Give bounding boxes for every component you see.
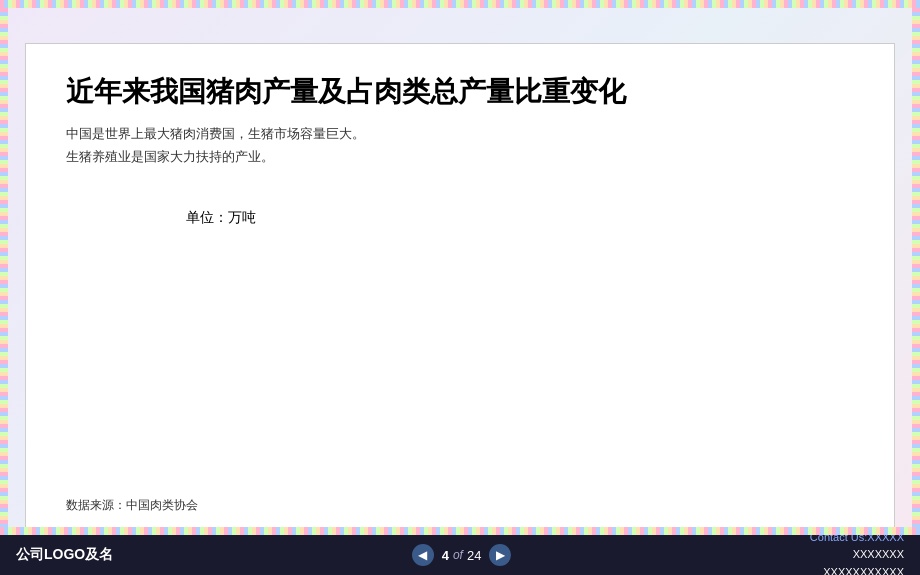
contact-title: Contact Us:XXXXX — [810, 529, 904, 547]
slide-title: 近年来我国猪肉产量及占肉类总产量比重变化 — [66, 74, 854, 110]
prev-icon: ◀ — [418, 548, 427, 562]
prev-page-button[interactable]: ◀ — [412, 544, 434, 566]
left-decorative-border — [0, 8, 8, 535]
slide-content-area: 近年来我国猪肉产量及占肉类总产量比重变化 中国是世界上最大猪肉消费国，生猪市场容… — [25, 43, 895, 533]
subtitle-line1: 中国是世界上最大猪肉消费国，生猪市场容量巨大。 — [66, 122, 854, 145]
subtitle-line2: 生猪养殖业是国家大力扶持的产业。 — [66, 145, 854, 168]
next-page-button[interactable]: ▶ — [489, 544, 511, 566]
page-of-label: of — [453, 548, 463, 562]
company-logo: 公司LOGO及名 — [16, 546, 113, 564]
contact-info: Contact Us:XXXXX XXXXXXX XXXXXXXXXXX — [810, 529, 904, 575]
page-total: 24 — [467, 548, 481, 563]
contact-line2: XXXXXXXXXXX — [810, 564, 904, 575]
page-current: 4 — [442, 548, 449, 563]
contact-line1: XXXXXXX — [810, 546, 904, 564]
slide-subtitle: 中国是世界上最大猪肉消费国，生猪市场容量巨大。 生猪养殖业是国家大力扶持的产业。 — [66, 122, 854, 169]
next-icon: ▶ — [496, 548, 505, 562]
right-decorative-border — [912, 8, 920, 535]
page-navigation: ◀ 4 of 24 ▶ — [412, 544, 512, 566]
bottom-bar: 公司LOGO及名 ◀ 4 of 24 ▶ Contact Us:XXXXX XX… — [0, 535, 920, 575]
unit-label: 单位：万吨 — [186, 209, 854, 227]
data-source: 数据来源：中国肉类协会 — [66, 497, 198, 514]
page-info: 4 of 24 — [442, 548, 482, 563]
slide-wrapper: 近年来我国猪肉产量及占肉类总产量比重变化 中国是世界上最大猪肉消费国，生猪市场容… — [0, 0, 920, 575]
